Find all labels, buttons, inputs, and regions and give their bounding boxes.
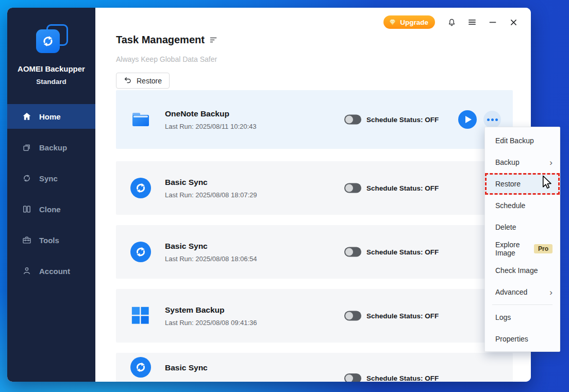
titlebar: Upgrade — [383, 8, 531, 37]
bell-icon — [447, 18, 457, 27]
sync-arrows-icon — [22, 173, 32, 183]
sidebar-nav: Home Backup Sync — [7, 104, 95, 289]
menu-item-properties[interactable]: Properties — [485, 328, 560, 350]
menu-item-advanced[interactable]: Advanced› — [485, 281, 560, 303]
menu-item-logs[interactable]: Logs — [485, 306, 560, 328]
context-menu: Edit Backup Backup› Restore Schedule Del… — [484, 127, 560, 352]
backup-copy-icon — [22, 142, 32, 152]
undo-arrow-icon — [124, 76, 132, 85]
task-title: Basic Sync — [165, 242, 257, 251]
task-last-run: Last Run: 2025/08/08 18:06:54 — [165, 255, 257, 263]
schedule-toggle[interactable] — [344, 247, 361, 257]
ellipsis-icon — [487, 118, 490, 121]
filter-icon[interactable] — [209, 36, 217, 44]
clone-panes-icon — [22, 204, 32, 214]
task-title: Basic Sync — [165, 178, 257, 187]
task-row-basic-sync-1[interactable]: Basic Sync Last Run: 2025/08/08 18:07:29… — [116, 161, 513, 215]
more-actions-button[interactable] — [483, 111, 501, 128]
task-row-basic-sync-2[interactable]: Basic Sync Last Run: 2025/08/08 18:06:54… — [116, 225, 513, 279]
menu-item-backup[interactable]: Backup› — [485, 151, 560, 173]
pro-badge: Pro — [534, 244, 553, 253]
schedule-status-label: Schedule Status: OFF — [366, 374, 439, 382]
page-title: Task Management — [116, 34, 217, 46]
close-icon — [509, 18, 518, 27]
app-logo-icon — [35, 24, 68, 57]
minimize-icon — [488, 18, 497, 27]
hamburger-icon — [467, 18, 477, 27]
schedule-status-label: Schedule Status: OFF — [366, 248, 439, 256]
task-title: OneNote Backup — [165, 109, 257, 118]
task-row-basic-sync-3[interactable]: Basic Sync Schedule Status: OFF — [116, 353, 513, 382]
main-panel: Upgrade — [95, 8, 531, 382]
schedule-status-label: Schedule Status: OFF — [366, 312, 439, 320]
folder-icon — [130, 109, 151, 130]
play-icon — [465, 116, 472, 123]
mouse-cursor-icon — [542, 175, 553, 193]
minimize-button[interactable] — [482, 14, 503, 30]
close-button[interactable] — [503, 14, 524, 30]
gem-icon — [388, 18, 397, 26]
app-window: AOMEI Backupper Standard Home Backup — [7, 8, 531, 382]
page-subtitle: Always Keep Global Data Safer — [116, 55, 217, 63]
menu-item-delete[interactable]: Delete — [485, 216, 560, 238]
task-last-run: Last Run: 2025/08/08 09:41:36 — [165, 319, 257, 327]
menu-item-check-image[interactable]: Check Image — [485, 260, 560, 281]
app-name: AOMEI Backupper — [7, 64, 95, 73]
task-last-run: Last Run: 2025/08/11 10:20:43 — [165, 123, 257, 130]
upgrade-button[interactable]: Upgrade — [383, 15, 435, 29]
menu-item-schedule[interactable]: Schedule — [485, 195, 560, 216]
app-branding: AOMEI Backupper Standard — [7, 24, 95, 86]
sidebar-item-home[interactable]: Home — [7, 104, 95, 129]
desktop: { "branding": { "app_name": "AOMEI Backu… — [0, 0, 569, 392]
menu-item-edit-backup[interactable]: Edit Backup — [485, 130, 560, 151]
sidebar-item-tools[interactable]: Tools — [7, 228, 95, 252]
schedule-toggle[interactable] — [344, 183, 361, 193]
schedule-status-label: Schedule Status: OFF — [366, 116, 439, 124]
schedule-toggle[interactable] — [344, 115, 361, 125]
schedule-toggle[interactable] — [344, 311, 361, 321]
task-row-onenote-backup[interactable]: OneNote Backup Last Run: 2025/08/11 10:2… — [116, 90, 513, 149]
app-menu-button[interactable] — [462, 14, 482, 30]
chevron-right-icon: › — [549, 158, 553, 167]
sidebar-item-clone[interactable]: Clone — [7, 197, 95, 221]
sync-circle-icon — [130, 357, 151, 378]
task-list: OneNote Backup Last Run: 2025/08/11 10:2… — [116, 90, 513, 382]
run-task-button[interactable] — [458, 110, 477, 129]
sync-arrows-glyph — [41, 34, 55, 48]
sidebar: AOMEI Backupper Standard Home Backup — [7, 8, 95, 382]
task-row-system-backup[interactable]: System Backup Last Run: 2025/08/08 09:41… — [116, 289, 513, 343]
notifications-button[interactable] — [441, 14, 462, 30]
sync-circle-icon — [130, 178, 151, 198]
chevron-right-icon: › — [549, 288, 553, 297]
menu-item-explore-image[interactable]: Explore ImagePro — [485, 238, 560, 260]
sync-circle-icon — [130, 242, 151, 262]
restore-toolbar-button[interactable]: Restore — [116, 73, 170, 89]
person-icon — [22, 266, 32, 276]
sidebar-item-sync[interactable]: Sync — [7, 166, 95, 191]
home-icon — [22, 111, 32, 122]
menu-separator — [492, 304, 553, 305]
task-title: Basic Sync — [165, 363, 208, 372]
toolbox-icon — [22, 235, 32, 245]
windows-icon — [130, 305, 151, 326]
task-title: System Backup — [165, 305, 257, 315]
schedule-status-label: Schedule Status: OFF — [366, 184, 439, 192]
schedule-toggle[interactable] — [344, 373, 361, 382]
task-last-run: Last Run: 2025/08/08 18:07:29 — [165, 191, 257, 199]
sidebar-item-account[interactable]: Account — [7, 259, 95, 283]
app-edition: Standard — [7, 78, 95, 86]
sidebar-item-backup[interactable]: Backup — [7, 135, 95, 160]
